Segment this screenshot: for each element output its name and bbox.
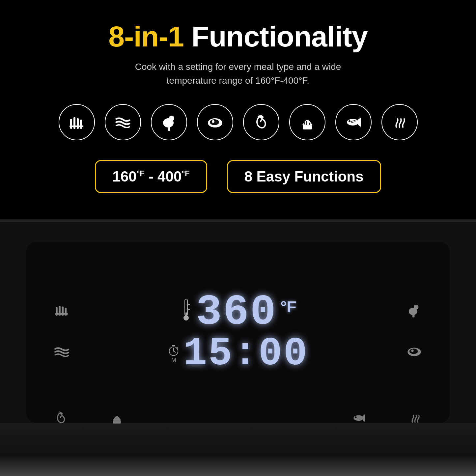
- svg-point-41: [353, 415, 363, 421]
- ctrl-icon-fish[interactable]: [351, 410, 367, 430]
- svg-rect-40: [113, 420, 121, 424]
- svg-rect-35: [415, 309, 417, 311]
- top-section: 8-in-1 Functionality Cook with a setting…: [0, 0, 476, 219]
- icon-fries: [59, 104, 95, 140]
- svg-line-29: [174, 351, 176, 352]
- temperature-unit: °F: [280, 298, 296, 316]
- svg-point-11: [212, 120, 214, 123]
- function-icons-row: [7, 104, 469, 140]
- left-icons[interactable]: [53, 301, 71, 364]
- center-display: 360 °F M 15:00: [156, 291, 321, 374]
- svg-rect-25: [187, 307, 189, 307]
- ctrl-icon-fries[interactable]: [53, 301, 71, 322]
- svg-point-38: [411, 350, 413, 352]
- ctrl-icon-shrimp[interactable]: [53, 410, 69, 430]
- bottom-section: 360 °F M 15:00: [0, 222, 476, 476]
- appliance-body: [0, 423, 476, 476]
- section-divider: [0, 219, 476, 222]
- svg-rect-0: [70, 119, 72, 129]
- main-title: 8-in-1 Functionality: [7, 20, 469, 53]
- temp-range-text: 160°F - 400°F: [112, 168, 189, 184]
- temperature-display-row: 360 °F: [156, 291, 321, 334]
- svg-point-39: [60, 412, 63, 415]
- icon-chicken: [151, 104, 187, 140]
- svg-point-12: [260, 116, 264, 119]
- title-rest: Functionality: [184, 20, 368, 53]
- svg-line-31: [177, 347, 178, 349]
- icon-muffin: [289, 104, 325, 140]
- svg-point-10: [210, 119, 219, 125]
- icon-bacon: [105, 104, 141, 140]
- ctrl-icon-muffin[interactable]: [109, 410, 125, 430]
- svg-rect-26: [187, 309, 190, 310]
- ctrl-icon-chicken[interactable]: [405, 301, 423, 322]
- icon-shrimp: [243, 104, 279, 140]
- right-icons[interactable]: [405, 301, 423, 364]
- svg-rect-8: [171, 120, 172, 123]
- control-panel: 360 °F M 15:00: [26, 242, 450, 423]
- functions-badge: 8 Easy Functions: [227, 160, 381, 193]
- icon-fish: [335, 104, 372, 140]
- icon-steam: [381, 104, 418, 140]
- timer-clock-icon: M: [167, 344, 180, 364]
- svg-rect-3: [80, 120, 82, 129]
- svg-rect-6: [168, 127, 170, 131]
- badges-row: 160°F - 400°F 8 Easy Functions: [7, 160, 469, 193]
- temp-range-badge: 160°F - 400°F: [95, 160, 207, 193]
- svg-point-23: [183, 315, 189, 321]
- thermometer-display-icon: [180, 297, 193, 328]
- svg-rect-4: [70, 126, 83, 127]
- svg-point-42: [355, 416, 357, 418]
- m-label: M: [171, 357, 176, 364]
- svg-point-37: [409, 349, 418, 354]
- svg-rect-33: [412, 314, 414, 317]
- display-screen: 360 °F M 15:00: [156, 291, 321, 374]
- svg-point-7: [169, 116, 174, 121]
- svg-rect-2: [77, 118, 79, 129]
- svg-rect-24: [187, 304, 190, 305]
- timer-value: 15:00: [183, 334, 308, 374]
- icon-steak: [197, 104, 233, 140]
- ctrl-icon-steam[interactable]: [407, 410, 423, 430]
- svg-point-34: [414, 305, 419, 310]
- ctrl-icon-bacon[interactable]: [53, 342, 71, 364]
- svg-point-15: [349, 120, 350, 122]
- functions-text: 8 Easy Functions: [244, 168, 364, 184]
- subtitle-text: Cook with a setting for every meal type …: [123, 60, 353, 88]
- timer-display-row: M 15:00: [156, 334, 321, 374]
- temperature-value: 360: [196, 291, 277, 334]
- ctrl-icon-steak[interactable]: [405, 342, 423, 364]
- svg-rect-20: [55, 313, 68, 315]
- title-highlight: 8-in-1: [108, 20, 184, 53]
- svg-rect-13: [303, 125, 312, 129]
